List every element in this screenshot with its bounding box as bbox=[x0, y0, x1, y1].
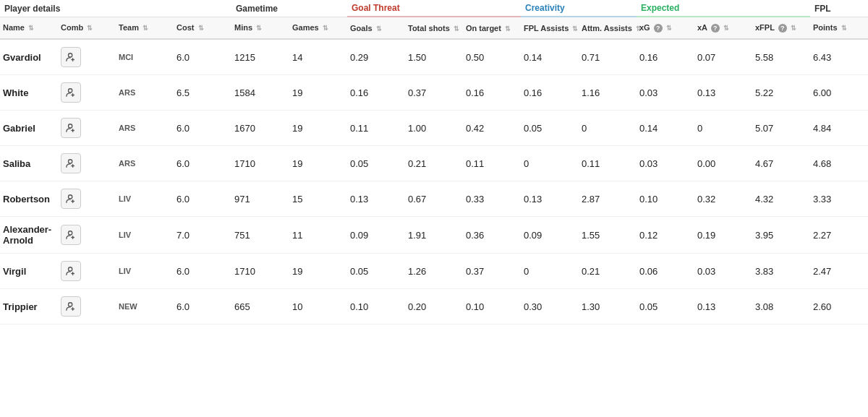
add-player-button[interactable] bbox=[61, 47, 81, 67]
col-header-cost[interactable]: Cost ⇅ bbox=[174, 17, 231, 39]
team-cell: LIV bbox=[116, 217, 174, 254]
fplasst-cell: 0 bbox=[521, 254, 579, 289]
group-goal-threat: Goal Threat bbox=[347, 0, 521, 17]
add-player-button[interactable] bbox=[61, 153, 81, 173]
xfpl-help-icon[interactable]: ? bbox=[778, 24, 787, 33]
add-player-button[interactable] bbox=[61, 225, 81, 245]
sort-goals-icon[interactable]: ⇅ bbox=[376, 25, 382, 33]
add-player-button[interactable] bbox=[61, 118, 81, 138]
sort-xfpl-icon[interactable]: ⇅ bbox=[791, 25, 796, 32]
sort-team-icon[interactable]: ⇅ bbox=[142, 25, 148, 32]
sort-comb-icon[interactable]: ⇅ bbox=[87, 25, 93, 32]
xfpl-cell: 5.58 bbox=[752, 39, 810, 75]
xa-cell: 0.32 bbox=[694, 181, 752, 217]
sort-fplasst-icon[interactable]: ⇅ bbox=[572, 25, 578, 33]
games-cell: 19 bbox=[289, 111, 347, 146]
cost-cell: 6.0 bbox=[174, 39, 231, 75]
totshots-cell: 1.00 bbox=[405, 111, 463, 146]
add-player-cell bbox=[58, 75, 116, 111]
sort-ontarget-icon[interactable]: ⇅ bbox=[505, 25, 511, 33]
svg-point-3 bbox=[69, 89, 72, 93]
points-cell: 3.33 bbox=[810, 181, 868, 217]
col-header-xa[interactable]: xA ? ⇅ bbox=[694, 17, 752, 39]
add-player-cell bbox=[58, 254, 116, 289]
add-player-button[interactable] bbox=[61, 82, 81, 103]
fplasst-cell: 0.09 bbox=[521, 217, 579, 254]
group-gametime: Gametime bbox=[231, 0, 347, 17]
col-header-xfpl[interactable]: xFPL ? ⇅ bbox=[752, 17, 810, 39]
player-name-cell: Robertson bbox=[0, 181, 58, 217]
add-player-button[interactable] bbox=[61, 261, 81, 281]
col-header-team[interactable]: Team ⇅ bbox=[116, 17, 174, 39]
sort-points-icon[interactable]: ⇅ bbox=[841, 25, 847, 32]
col-header-points[interactable]: Points ⇅ bbox=[810, 17, 868, 39]
sort-name-icon[interactable]: ⇅ bbox=[28, 25, 34, 32]
group-header-row: Player details Gametime Goal Threat Crea… bbox=[0, 0, 868, 17]
col-header-ontarget[interactable]: On target ⇅ bbox=[463, 17, 521, 39]
xfpl-cell: 3.83 bbox=[752, 254, 810, 289]
add-player-button[interactable] bbox=[61, 189, 81, 209]
table-body: Gvardiol MCI6.01215140.291.500.500.140.7… bbox=[0, 39, 868, 324]
goals-cell: 0.09 bbox=[347, 217, 405, 254]
col-header-xg[interactable]: xG ? ⇅ bbox=[637, 17, 694, 39]
goals-cell: 0.16 bbox=[347, 75, 405, 111]
table-row: Trippier NEW6.0665100.100.200.100.301.30… bbox=[0, 289, 868, 324]
col-header-name[interactable]: Name ⇅ bbox=[0, 17, 58, 39]
mins-cell: 751 bbox=[231, 217, 289, 254]
mins-cell: 1584 bbox=[231, 75, 289, 111]
xfpl-cell: 4.67 bbox=[752, 146, 810, 181]
table-row: Robertson LIV6.0971150.130.670.330.132.8… bbox=[0, 181, 868, 217]
attmasst-cell: 0.11 bbox=[579, 146, 637, 181]
ontarget-cell: 0.10 bbox=[463, 289, 521, 324]
sort-xa-icon[interactable]: ⇅ bbox=[723, 25, 729, 32]
cost-cell: 7.0 bbox=[174, 217, 231, 254]
points-cell: 6.00 bbox=[810, 75, 868, 111]
svg-point-6 bbox=[69, 124, 72, 128]
team-cell: LIV bbox=[116, 181, 174, 217]
mins-cell: 1710 bbox=[231, 254, 289, 289]
sort-xg-icon[interactable]: ⇅ bbox=[666, 25, 672, 32]
attmasst-cell: 1.55 bbox=[579, 217, 637, 254]
col-header-attmasst[interactable]: Attm. Assists ⇅ bbox=[579, 17, 637, 39]
sort-games-icon[interactable]: ⇅ bbox=[323, 25, 328, 32]
xfpl-cell: 4.32 bbox=[752, 181, 810, 217]
fplasst-cell: 0.16 bbox=[521, 75, 579, 111]
svg-point-15 bbox=[69, 231, 72, 235]
column-header-row: Name ⇅ Comb ⇅ Team ⇅ Cost ⇅ Mins ⇅ bbox=[0, 17, 868, 39]
player-name-cell: Trippier bbox=[0, 289, 58, 324]
col-header-games[interactable]: Games ⇅ bbox=[289, 17, 347, 39]
col-header-goals[interactable]: Goals ⇅ bbox=[347, 17, 405, 39]
totshots-cell: 0.20 bbox=[405, 289, 463, 324]
sort-totshots-icon[interactable]: ⇅ bbox=[454, 25, 459, 33]
xg-cell: 0.10 bbox=[637, 181, 694, 217]
group-creativity: Creativity bbox=[521, 0, 637, 17]
svg-point-18 bbox=[69, 267, 72, 271]
sort-cost-icon[interactable]: ⇅ bbox=[198, 25, 204, 32]
attmasst-cell: 0 bbox=[579, 111, 637, 146]
totshots-cell: 1.91 bbox=[405, 217, 463, 254]
col-header-fplasst[interactable]: FPL Assists ⇅ bbox=[521, 17, 579, 39]
xg-cell: 0.06 bbox=[637, 254, 694, 289]
add-player-button[interactable] bbox=[61, 296, 81, 317]
goals-cell: 0.29 bbox=[347, 39, 405, 75]
mins-cell: 971 bbox=[231, 181, 289, 217]
xa-cell: 0.03 bbox=[694, 254, 752, 289]
goals-cell: 0.13 bbox=[347, 181, 405, 217]
games-cell: 19 bbox=[289, 75, 347, 111]
col-header-mins[interactable]: Mins ⇅ bbox=[231, 17, 289, 39]
team-cell: ARS bbox=[116, 75, 174, 111]
sort-mins-icon[interactable]: ⇅ bbox=[256, 25, 262, 32]
add-player-cell bbox=[58, 146, 116, 181]
games-cell: 15 bbox=[289, 181, 347, 217]
table-row: Alexander-Arnold LIV7.0751110.091.910.36… bbox=[0, 217, 868, 254]
xg-help-icon[interactable]: ? bbox=[654, 24, 663, 33]
table-row: Gvardiol MCI6.01215140.291.500.500.140.7… bbox=[0, 39, 868, 75]
xa-help-icon[interactable]: ? bbox=[711, 24, 720, 33]
points-cell: 2.27 bbox=[810, 217, 868, 254]
player-name-cell: Saliba bbox=[0, 146, 58, 181]
attmasst-cell: 1.16 bbox=[579, 75, 637, 111]
col-header-comb[interactable]: Comb ⇅ bbox=[58, 17, 116, 39]
col-header-totshots[interactable]: Total shots ⇅ bbox=[405, 17, 463, 39]
totshots-cell: 0.67 bbox=[405, 181, 463, 217]
fplasst-cell: 0 bbox=[521, 146, 579, 181]
